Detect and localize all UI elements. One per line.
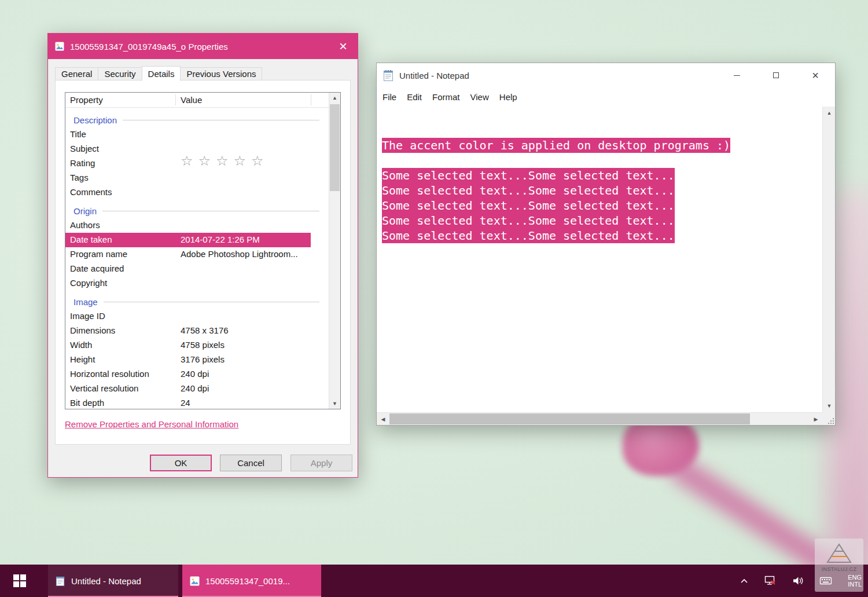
taskbar-item-label: 15005591347_0019...: [205, 576, 290, 586]
listview-scrollbar[interactable]: ▲ ▼: [329, 93, 340, 409]
touch-keyboard-icon[interactable]: [819, 576, 832, 585]
scroll-up-icon[interactable]: ▲: [823, 107, 836, 119]
text-line: The accent color is applied on desktop p…: [382, 138, 822, 153]
horizontal-scrollbar[interactable]: ◀ ▶: [377, 412, 822, 425]
property-row[interactable]: Copyright: [65, 276, 340, 291]
column-header-value[interactable]: Value: [181, 95, 202, 105]
property-name: Vertical resolution: [70, 383, 138, 393]
property-row[interactable]: Bit depth 24: [65, 396, 340, 409]
property-row[interactable]: Width 4758 pixels: [65, 338, 340, 353]
property-name: Dimensions: [70, 325, 115, 335]
scroll-down-icon[interactable]: ▼: [823, 400, 836, 412]
show-hidden-icons-chevron-icon[interactable]: [740, 578, 748, 584]
notepad-window-title: Untitled - Notepad: [399, 71, 469, 80]
text-line: [382, 123, 822, 138]
menu-view[interactable]: View: [465, 92, 494, 102]
taskbar-item-image-properties[interactable]: 15005591347_0019...: [182, 565, 321, 597]
section-label: Origin: [73, 206, 97, 216]
property-name: Subject: [70, 144, 99, 153]
apply-button[interactable]: Apply: [290, 455, 352, 471]
selected-text: The accent color is applied on desktop p…: [382, 138, 730, 153]
language-indicator[interactable]: ENG INTL: [848, 574, 862, 588]
ok-button[interactable]: OK: [150, 455, 212, 471]
maximize-icon[interactable]: [756, 63, 796, 87]
taskbar-item-notepad[interactable]: Untitled - Notepad: [48, 565, 178, 597]
property-row-rating[interactable]: Rating ☆☆☆☆☆: [65, 156, 340, 171]
tab-details[interactable]: Details: [142, 66, 181, 81]
properties-window-title: 15005591347_0019749a45_o Properties: [70, 42, 228, 52]
property-name: Horizontal resolution: [70, 369, 149, 379]
start-button[interactable]: [0, 565, 39, 597]
language-code: ENG: [848, 574, 862, 581]
menu-help[interactable]: Help: [494, 92, 523, 102]
remove-properties-link[interactable]: Remove Properties and Personal Informati…: [65, 419, 238, 429]
listview-header: Property Value: [65, 93, 340, 108]
section-divider: [123, 120, 319, 120]
column-header-property[interactable]: Property: [70, 95, 103, 105]
property-name: Authors: [70, 220, 100, 230]
tab-previous-versions[interactable]: Previous Versions: [180, 67, 262, 80]
properties-tab-strip: General Security Details Previous Versio…: [55, 66, 262, 80]
cancel-button[interactable]: Cancel: [220, 455, 282, 471]
resize-grip[interactable]: [822, 412, 835, 425]
property-name: Bit depth: [70, 398, 104, 408]
section-header-image: Image: [65, 291, 340, 309]
property-row[interactable]: Program name Adobe Photoshop Lightroom..…: [65, 247, 340, 262]
tab-security[interactable]: Security: [98, 67, 142, 80]
property-value: 4758 x 3176: [181, 325, 229, 335]
property-row[interactable]: Image ID: [65, 309, 340, 324]
property-name: Comments: [70, 187, 112, 197]
close-icon[interactable]: ×: [329, 34, 358, 59]
rating-stars-icon[interactable]: ☆☆☆☆☆: [181, 153, 269, 169]
vertical-scrollbar[interactable]: ▲ ▼: [822, 107, 835, 412]
property-row[interactable]: Vertical resolution 240 dpi: [65, 382, 340, 396]
notepad-titlebar[interactable]: Untitled - Notepad ×: [377, 63, 835, 87]
property-row[interactable]: Height 3176 pixels: [65, 353, 340, 367]
details-listview: Property Value Description Title Subject: [65, 92, 341, 409]
menu-format[interactable]: Format: [427, 92, 465, 102]
properties-window: 15005591347_0019749a45_o Properties × Ge…: [47, 33, 358, 478]
property-row-date-taken[interactable]: Date taken 2014-07-22 1:26 PM: [65, 233, 311, 247]
scroll-right-icon[interactable]: ▶: [810, 413, 822, 426]
windows-logo-icon: [13, 574, 26, 587]
section-divider: [102, 211, 319, 211]
notepad-text-area[interactable]: The accent color is applied on desktop p…: [377, 107, 822, 412]
column-separator[interactable]: [175, 94, 176, 105]
property-row[interactable]: Tags: [65, 171, 340, 185]
property-row[interactable]: Title: [65, 127, 340, 142]
minimize-icon[interactable]: [717, 63, 756, 87]
scroll-down-icon[interactable]: ▼: [329, 398, 340, 409]
property-row[interactable]: Date acquired: [65, 262, 340, 276]
display-error-icon[interactable]: [764, 576, 777, 586]
properties-titlebar[interactable]: 15005591347_0019749a45_o Properties ×: [48, 34, 358, 59]
section-header-description: Description: [65, 112, 340, 127]
column-separator[interactable]: [311, 94, 311, 105]
menu-edit[interactable]: Edit: [402, 92, 427, 102]
close-icon[interactable]: ×: [796, 63, 835, 87]
property-row[interactable]: Dimensions 4758 x 3176: [65, 324, 340, 338]
property-name: Date acquired: [70, 263, 124, 273]
section-label: Description: [73, 115, 117, 125]
scroll-left-icon[interactable]: ◀: [377, 413, 389, 426]
property-name: Rating: [70, 158, 95, 168]
text-line: Some selected text...Some selected text.…: [382, 213, 822, 228]
property-name: Width: [70, 340, 92, 350]
property-name: Height: [70, 354, 95, 364]
property-row[interactable]: Authors: [65, 218, 340, 233]
property-value: 240 dpi: [181, 369, 209, 379]
scroll-up-icon[interactable]: ▲: [329, 93, 340, 103]
property-row[interactable]: Comments: [65, 185, 340, 200]
taskbar: Untitled - Notepad 15005591347_0019...: [0, 565, 868, 597]
menu-file[interactable]: File: [377, 92, 402, 102]
tab-general[interactable]: General: [55, 67, 98, 80]
taskbar-item-label: Untitled - Notepad: [71, 576, 141, 586]
pyramid-logo-icon: [826, 543, 852, 564]
property-row[interactable]: Horizontal resolution 240 dpi: [65, 367, 340, 382]
image-file-icon: [190, 576, 200, 586]
notepad-window: Untitled - Notepad × File Edit Format Vi…: [376, 63, 836, 426]
text-line: Some selected text...Some selected text.…: [382, 168, 822, 183]
scrollbar-thumb[interactable]: [389, 413, 750, 424]
selected-text: Some selected text...Some selected text.…: [382, 168, 675, 183]
volume-icon[interactable]: [792, 576, 804, 586]
scrollbar-thumb[interactable]: [330, 104, 340, 191]
